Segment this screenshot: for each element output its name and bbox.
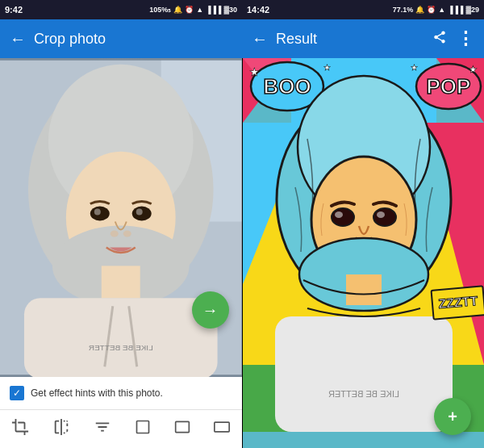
right-back-button[interactable]: ← <box>252 30 268 48</box>
left-signal-icon: ▐▐▐ <box>206 6 221 14</box>
more-options-icon[interactable]: ⋮ <box>457 28 474 49</box>
left-battery-icon: ▓30 <box>223 6 237 14</box>
hint-label: Get effect hints with this photo. <box>31 387 163 399</box>
svg-point-10 <box>136 209 143 216</box>
right-time: 14:42 <box>247 5 269 15</box>
svg-rect-48 <box>346 274 382 305</box>
add-fab-button[interactable]: + <box>434 398 471 435</box>
right-battery-icon: ▓29 <box>465 6 479 14</box>
svg-text:LIKE BE BETTER: LIKE BE BETTER <box>89 343 153 352</box>
svg-point-46 <box>377 211 385 218</box>
edit-toolbar <box>0 409 242 448</box>
left-photo-image: LIKE BE BETTER <box>0 58 242 377</box>
svg-rect-6 <box>102 266 140 298</box>
svg-point-43 <box>332 208 354 226</box>
right-status-icons: 77.1% 🔔 ⏰ ▲ ▐▐▐ ▓29 <box>393 6 479 14</box>
share-icon[interactable] <box>432 30 447 48</box>
left-back-button[interactable]: ← <box>10 30 26 48</box>
left-panel: LIKE BE BETTER → ✓ Get effect hints with… <box>0 58 242 448</box>
left-status-bar: 9:42 105%₅ 🔔 ⏰ ▲ ▐▐▐ ▓30 <box>0 0 242 19</box>
left-time: 9:42 <box>5 5 23 15</box>
next-fab-button[interactable]: → <box>192 291 229 329</box>
arrow-right-icon: → <box>202 301 219 320</box>
right-alarm-icon: ⏰ <box>427 6 436 14</box>
svg-text:LIKE BE BETTER: LIKE BE BETTER <box>328 389 398 399</box>
svg-text:★: ★ <box>249 65 260 78</box>
left-alarm-icon: ⏰ <box>185 6 194 14</box>
svg-point-45 <box>335 211 343 218</box>
left-app-title: Crop photo <box>34 31 232 48</box>
svg-text:POP: POP <box>426 74 470 98</box>
right-signal-icon: ▐▐▐ <box>448 6 463 14</box>
svg-text:★: ★ <box>323 63 331 72</box>
left-status-icons: 105%₅ 🔔 ⏰ ▲ ▐▐▐ ▓30 <box>149 6 237 14</box>
svg-text:★: ★ <box>469 64 478 75</box>
svg-rect-18 <box>176 421 190 432</box>
svg-point-12 <box>123 230 131 237</box>
aspect-2-icon[interactable] <box>168 412 197 446</box>
right-app-bar: ← Result ⋮ <box>242 19 484 58</box>
right-app-title: Result <box>276 31 424 48</box>
left-wifi-icon: ▲ <box>196 6 203 14</box>
left-app-bar: ← Crop photo <box>0 19 242 58</box>
result-face-svg: LIKE BE BETTER BOO ★ ★ POP ★ ★ <box>243 58 484 432</box>
crop-photo-area[interactable]: LIKE BE BETTER → <box>0 58 242 377</box>
flip-tool-icon[interactable] <box>46 412 77 446</box>
svg-point-11 <box>111 230 119 237</box>
left-battery-pct: 105%₅ <box>149 6 171 14</box>
right-action-icons: ⋮ <box>432 28 474 49</box>
right-notif-icon: 🔔 <box>415 6 424 14</box>
adjust-tool-icon[interactable] <box>87 412 118 446</box>
result-photo-image: LIKE BE BETTER BOO ★ ★ POP ★ ★ <box>243 58 485 448</box>
aspect-3-icon[interactable] <box>207 412 236 446</box>
hint-checkbox[interactable]: ✓ <box>10 386 24 400</box>
hint-bar: ✓ Get effect hints with this photo. <box>0 377 242 409</box>
right-battery-pct: 77.1% <box>393 6 414 14</box>
left-face-svg: LIKE BE BETTER <box>0 58 242 377</box>
svg-rect-28 <box>275 316 453 432</box>
right-status-bar: 14:42 77.1% 🔔 ⏰ ▲ ▐▐▐ ▓29 <box>242 0 484 19</box>
svg-point-9 <box>94 209 101 216</box>
aspect-1-icon[interactable] <box>128 412 157 446</box>
result-photo-area: LIKE BE BETTER BOO ★ ★ POP ★ ★ <box>243 58 485 448</box>
crop-tool-icon[interactable] <box>5 412 35 446</box>
svg-text:★: ★ <box>411 63 418 72</box>
right-wifi-icon: ▲ <box>438 6 445 14</box>
left-notif-icon: 🔔 <box>173 6 182 14</box>
right-panel: LIKE BE BETTER BOO ★ ★ POP ★ ★ <box>243 58 485 448</box>
svg-rect-17 <box>137 421 149 433</box>
svg-point-44 <box>373 208 396 226</box>
plus-icon: + <box>448 408 457 426</box>
checkmark-icon: ✓ <box>13 387 21 399</box>
svg-text:BOO: BOO <box>263 74 311 98</box>
svg-rect-19 <box>215 422 229 432</box>
svg-rect-13 <box>24 298 218 377</box>
